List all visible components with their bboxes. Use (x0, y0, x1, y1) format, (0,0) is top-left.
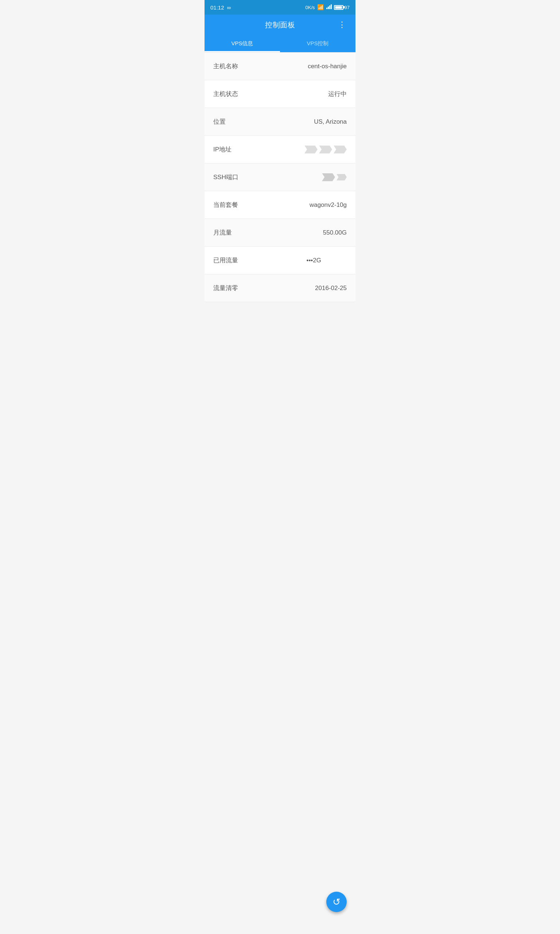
signal-icon (326, 5, 332, 10)
value-host-status: 运行中 (328, 90, 347, 98)
label-plan: 当前套餐 (213, 201, 238, 209)
appbar: 控制面板 ⋮ (205, 15, 355, 35)
label-used-traffic: 已用流量 (213, 256, 238, 265)
tab-vps-control-label: VPS控制 (307, 40, 328, 46)
label-traffic-reset: 流量清零 (213, 284, 238, 292)
row-plan: 当前套餐 wagonv2-10g (205, 191, 355, 219)
more-options-button[interactable]: ⋮ (335, 21, 350, 28)
tabs-container: VPS信息 VPS控制 (205, 35, 355, 52)
value-ssh-masked (322, 173, 347, 181)
row-host-status: 主机状态 运行中 (205, 80, 355, 108)
label-location: 位置 (213, 117, 226, 126)
label-ip: IP地址 (213, 145, 232, 154)
row-hostname: 主机名称 cent-os-hanjie (205, 52, 355, 80)
row-ssh-port: SSH端口 (205, 163, 355, 191)
label-host-status: 主机状态 (213, 90, 238, 98)
status-right: 0K/s 📶 97 (306, 4, 350, 11)
status-left: 01:12 ∞ (210, 5, 231, 11)
row-location: 位置 US, Arizona (205, 108, 355, 136)
value-location: US, Arizona (314, 118, 347, 125)
tab-vps-info-label: VPS信息 (231, 40, 253, 46)
mask-chevron-2 (319, 146, 332, 154)
battery-icon: 97 (334, 5, 350, 10)
info-list: 主机名称 cent-os-hanjie 主机状态 运行中 位置 US, Ariz… (205, 52, 355, 302)
value-traffic-reset: 2016-02-25 (315, 285, 347, 292)
value-hostname: cent-os-hanjie (308, 63, 347, 70)
row-used-traffic: 已用流量 •••2G (205, 247, 355, 274)
battery-percent: 97 (345, 5, 350, 10)
wifi-icon: 📶 (317, 4, 324, 11)
row-traffic-reset: 流量清零 2016-02-25 (205, 274, 355, 302)
value-plan: wagonv2-10g (309, 201, 347, 209)
infinity-icon: ∞ (227, 5, 231, 11)
label-ssh-port: SSH端口 (213, 173, 238, 181)
row-ip: IP地址 (205, 136, 355, 163)
appbar-title: 控制面板 (225, 20, 335, 30)
time-label: 01:12 (210, 5, 224, 11)
tab-vps-control[interactable]: VPS控制 (280, 35, 355, 52)
mask-chevron-1 (305, 146, 318, 154)
row-monthly-traffic: 月流量 550.00G (205, 219, 355, 247)
mask-ssh-2 (337, 174, 347, 180)
value-ip-masked (305, 146, 347, 154)
tab-vps-info[interactable]: VPS信息 (205, 35, 280, 52)
label-hostname: 主机名称 (213, 62, 238, 71)
mask-ssh-1 (322, 173, 335, 181)
label-monthly-traffic: 月流量 (213, 228, 232, 237)
status-bar: 01:12 ∞ 0K/s 📶 97 (205, 0, 355, 15)
mask-chevron-3 (334, 146, 347, 154)
value-monthly-traffic: 550.00G (323, 229, 347, 236)
value-used-traffic: •••2G (306, 257, 347, 264)
speed-label: 0K/s (306, 5, 315, 10)
